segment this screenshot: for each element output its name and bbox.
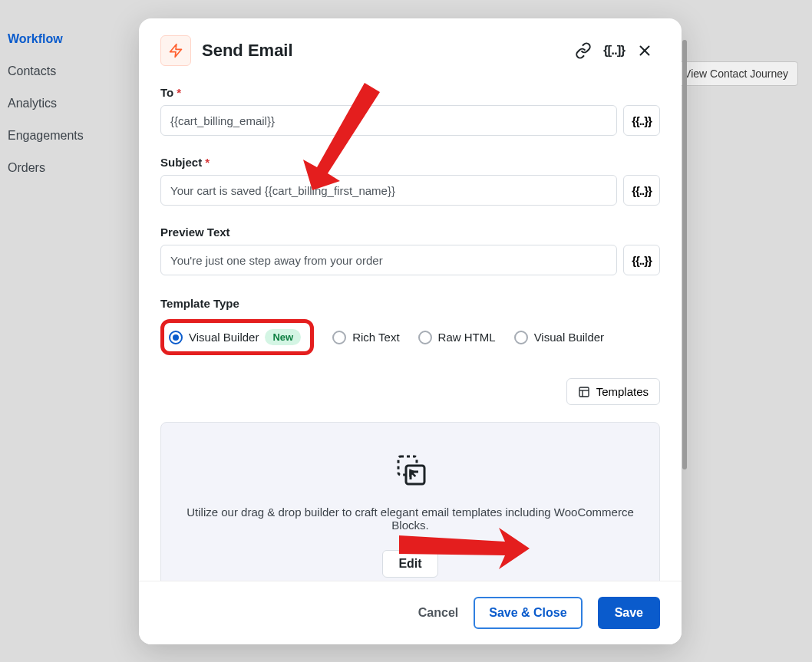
to-input[interactable] bbox=[160, 105, 617, 136]
radio-label: Raw HTML bbox=[438, 331, 496, 344]
radio-icon bbox=[418, 331, 432, 344]
preview-text-label: Preview Text bbox=[160, 226, 660, 239]
to-merge-tag-button[interactable]: {{..}} bbox=[623, 105, 660, 136]
send-email-modal: Send Email {[..]} To* {{..}} Subject* {{… bbox=[139, 18, 682, 644]
radio-label: Visual Builder bbox=[189, 331, 259, 344]
view-contact-journey-button[interactable]: View Contact Journey bbox=[674, 61, 798, 86]
to-label: To* bbox=[160, 86, 660, 99]
new-badge: New bbox=[265, 329, 301, 345]
cancel-button[interactable]: Cancel bbox=[418, 606, 458, 620]
subject-input[interactable] bbox=[160, 175, 617, 206]
link-icon[interactable] bbox=[568, 35, 599, 66]
modal-footer: Cancel Save & Close Save bbox=[139, 581, 682, 644]
visual-builder-highlighted: Visual Builder New bbox=[160, 319, 314, 355]
close-icon[interactable] bbox=[629, 35, 660, 66]
save-button[interactable]: Save bbox=[598, 597, 660, 629]
preview-merge-tag-button[interactable]: {{..}} bbox=[623, 245, 660, 275]
modal-header: Send Email {[..]} bbox=[139, 18, 682, 74]
svg-rect-3 bbox=[579, 387, 589, 397]
radio-icon bbox=[332, 331, 346, 344]
edit-button[interactable]: Edit bbox=[382, 550, 437, 578]
save-and-close-button[interactable]: Save & Close bbox=[474, 597, 582, 629]
template-radio-visual-builder[interactable]: Visual Builder bbox=[514, 331, 604, 344]
nav-analytics[interactable]: Analytics bbox=[6, 87, 121, 120]
template-radio-visual-builder-new[interactable]: Visual Builder New bbox=[169, 329, 301, 345]
modal-body: To* {{..}} Subject* {{..}} Preview Text … bbox=[139, 74, 682, 581]
drag-drop-icon bbox=[177, 452, 644, 492]
nav-orders[interactable]: Orders bbox=[6, 152, 121, 184]
modal-title: Send Email bbox=[202, 41, 568, 61]
builder-promo-box: Utilize our drag & drop builder to craft… bbox=[160, 422, 660, 581]
preview-text-input[interactable] bbox=[160, 245, 617, 275]
radio-checked-icon bbox=[169, 331, 183, 344]
radio-icon bbox=[514, 331, 528, 344]
radio-label: Visual Builder bbox=[534, 331, 604, 344]
templates-icon bbox=[578, 386, 590, 398]
radio-label: Rich Text bbox=[352, 331, 399, 344]
template-radio-rich-text[interactable]: Rich Text bbox=[332, 331, 399, 344]
svg-marker-0 bbox=[170, 44, 182, 58]
sidebar-nav: Workflow Contacts Analytics Engagements … bbox=[6, 23, 121, 184]
subject-merge-tag-button[interactable]: {{..}} bbox=[623, 175, 660, 206]
template-radio-raw-html[interactable]: Raw HTML bbox=[418, 331, 496, 344]
template-type-label: Template Type bbox=[160, 297, 660, 310]
merge-tag-icon[interactable]: {[..]} bbox=[599, 35, 629, 66]
templates-button[interactable]: Templates bbox=[566, 378, 660, 405]
action-bolt-icon bbox=[160, 35, 191, 66]
nav-engagements[interactable]: Engagements bbox=[6, 120, 121, 152]
subject-label: Subject* bbox=[160, 156, 660, 169]
nav-workflow[interactable]: Workflow bbox=[6, 23, 121, 55]
templates-button-label: Templates bbox=[596, 385, 649, 398]
nav-contacts[interactable]: Contacts bbox=[6, 55, 121, 87]
builder-description: Utilize our drag & drop builder to craft… bbox=[177, 506, 644, 532]
modal-scrollbar[interactable] bbox=[682, 40, 687, 469]
